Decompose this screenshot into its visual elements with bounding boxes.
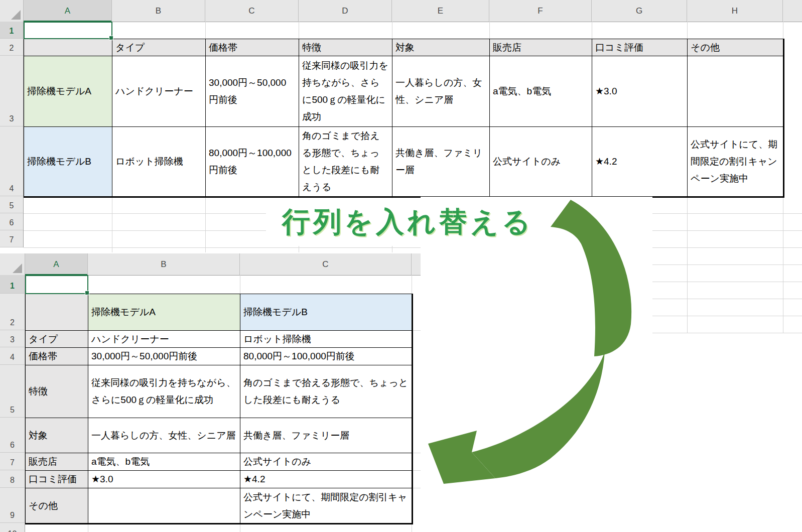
top-col-header-b[interactable]: B	[112, 0, 205, 22]
top-row-header-5[interactable]: 5	[0, 196, 23, 213]
bottom-row-header-3[interactable]: 3	[0, 330, 25, 347]
bottom-row-header-1[interactable]: 1	[0, 275, 25, 294]
top-col-header-e[interactable]: E	[392, 0, 489, 22]
top-column-header-row: A B C D E F G H	[0, 0, 802, 22]
top-table: タイプ 価格帯 特徴 対象 販売店 口コミ評価 その他 掃除機モデルA ハンドク…	[24, 39, 784, 198]
bottom-row-header-6[interactable]: 6	[0, 418, 25, 453]
bt-label-type[interactable]: タイプ	[26, 331, 88, 348]
gridline	[112, 196, 112, 252]
bottom-col-header-c[interactable]: C	[240, 253, 412, 275]
bottom-row-header-5[interactable]: 5	[0, 365, 25, 418]
top-col-header-h[interactable]: H	[687, 0, 783, 22]
top-header-rating[interactable]: 口コミ評価	[592, 39, 688, 56]
top-cell-model-b[interactable]: 掃除機モデルB	[24, 127, 112, 197]
bt-b-rating[interactable]: ★4.2	[240, 471, 412, 488]
bottom-table: 掃除機モデルA 掃除機モデルB タイプ ハンドクリーナー ロボット掃除機 価格帯…	[25, 294, 413, 524]
top-row-header-6[interactable]: 6	[0, 213, 23, 230]
top-cell-a-features[interactable]: 従来同様の吸引力を持ちながら、さらに500ｇの軽量化に成功	[299, 56, 392, 127]
top-col-header-g[interactable]: G	[592, 0, 687, 22]
bt-b-price[interactable]: 80,000円～100,000円前後	[240, 348, 412, 365]
gridline	[412, 275, 412, 294]
bottom-col-header-a[interactable]: A	[25, 253, 88, 275]
bt-b-other[interactable]: 公式サイトにて、期間限定の割引キャンペーン実施中	[240, 488, 412, 523]
bottom-row-header-9[interactable]: 9	[0, 488, 25, 523]
top-row-header-7[interactable]: 7	[0, 230, 23, 247]
gridline	[652, 316, 802, 316]
bt-label-price[interactable]: 価格帯	[26, 348, 88, 365]
bt-a-type[interactable]: ハンドクリーナー	[88, 331, 240, 348]
bottom-row-header-8[interactable]: 8	[0, 470, 25, 488]
top-cell-b-features[interactable]: 角のゴミまで拾える形態で、ちょっとした段差にも耐えうる	[299, 127, 392, 197]
top-cell-a-store[interactable]: a電気、b電気	[490, 56, 592, 127]
bt-a-features[interactable]: 従来同様の吸引力を持ちながら、さらに500ｇの軽量化に成功	[88, 365, 240, 418]
fill-handle[interactable]	[85, 291, 89, 295]
top-row-header-2[interactable]: 2	[0, 39, 23, 56]
top-selected-cell-a1[interactable]	[24, 22, 112, 39]
bt-a-target[interactable]: 一人暮らしの方、女性、シニア層	[88, 418, 240, 453]
top-cell-b-other[interactable]: 公式サイトにて、期間限定の割引キャンペーン実施中	[688, 127, 783, 197]
gridline	[652, 264, 802, 265]
bt-label-features[interactable]: 特徴	[26, 365, 88, 418]
top-cell-b-target[interactable]: 共働き層、ファミリー層	[392, 127, 490, 197]
top-col-header-c[interactable]: C	[205, 0, 299, 22]
bt-a-price[interactable]: 30,000円～50,000円前後	[88, 348, 240, 365]
bt-a-other[interactable]	[88, 488, 240, 523]
top-cell-b-type[interactable]: ロボット掃除機	[112, 127, 206, 197]
gridline	[592, 22, 592, 39]
bottom-row-header-2[interactable]: 2	[0, 294, 25, 330]
fill-handle[interactable]	[109, 36, 113, 40]
top-header-other[interactable]: その他	[688, 39, 783, 56]
top-cell-a-other[interactable]	[688, 56, 783, 127]
bt-a-store[interactable]: a電気、b電気	[88, 453, 240, 471]
bt-label-target[interactable]: 対象	[26, 418, 88, 453]
bt-header-model-b[interactable]: 掃除機モデルB	[240, 294, 412, 331]
gridline	[240, 275, 240, 294]
top-col-header-d[interactable]: D	[299, 0, 392, 22]
bt-a-rating[interactable]: ★3.0	[88, 471, 240, 488]
top-cell-b-price[interactable]: 80,000円～100,000円前後	[206, 127, 299, 197]
gridline	[205, 22, 206, 39]
bt-blank[interactable]	[26, 294, 88, 331]
gridline	[652, 333, 802, 333]
bt-label-other[interactable]: その他	[26, 488, 88, 523]
bottom-row-header-10[interactable]: 10	[0, 523, 25, 532]
gridline	[489, 22, 490, 39]
bt-label-rating[interactable]: 口コミ評価	[26, 471, 88, 488]
bottom-row-header-7[interactable]: 7	[0, 453, 25, 470]
bt-b-type[interactable]: ロボット掃除機	[240, 331, 412, 348]
top-header-type[interactable]: タイプ	[112, 39, 206, 56]
select-all-triangle-icon	[13, 263, 22, 273]
top-header-features[interactable]: 特徴	[299, 39, 392, 56]
bt-b-target[interactable]: 共働き層、ファミリー層	[240, 418, 412, 453]
top-col-header-f[interactable]: F	[489, 0, 592, 22]
bottom-selected-cell-a1[interactable]	[25, 275, 88, 294]
top-header-target[interactable]: 対象	[392, 39, 490, 56]
top-header-store[interactable]: 販売店	[490, 39, 592, 56]
gridline	[652, 299, 802, 299]
top-row-header-3[interactable]: 3	[0, 56, 23, 126]
bottom-row-header-4[interactable]: 4	[0, 347, 25, 365]
bottom-select-all-corner[interactable]	[0, 253, 25, 275]
bt-header-model-a[interactable]: 掃除機モデルA	[88, 294, 240, 331]
top-cell-a-type[interactable]: ハンドクリーナー	[112, 56, 206, 127]
top-cell-b-store[interactable]: 公式サイトのみ	[490, 127, 592, 197]
top-header-price[interactable]: 価格帯	[206, 39, 299, 56]
top-cell-a-rating[interactable]: ★3.0	[592, 56, 688, 127]
bottom-column-header-row: A B C	[0, 253, 421, 276]
top-cell-model-a[interactable]: 掃除機モデルA	[24, 56, 112, 127]
top-row-header-1[interactable]: 1	[0, 22, 23, 39]
bt-label-store[interactable]: 販売店	[26, 453, 88, 471]
top-header-blank[interactable]	[24, 39, 112, 56]
select-all-corner[interactable]	[0, 0, 24, 22]
top-cell-b-rating[interactable]: ★4.2	[592, 127, 688, 197]
gridline	[652, 282, 802, 282]
top-col-header-a[interactable]: A	[24, 0, 112, 22]
bt-b-store[interactable]: 公式サイトのみ	[240, 453, 412, 471]
bt-b-features[interactable]: 角のゴミまで拾える形態で、ちょっとした段差にも耐えうる	[240, 365, 412, 418]
bottom-header-filler	[412, 253, 421, 275]
top-row-header-4[interactable]: 4	[0, 126, 23, 196]
bottom-col-header-b[interactable]: B	[88, 253, 240, 275]
gridline	[392, 22, 392, 39]
top-cell-a-price[interactable]: 30,000円～50,000円前後	[206, 56, 299, 127]
top-cell-a-target[interactable]: 一人暮らしの方、女性、シニア層	[392, 56, 490, 127]
